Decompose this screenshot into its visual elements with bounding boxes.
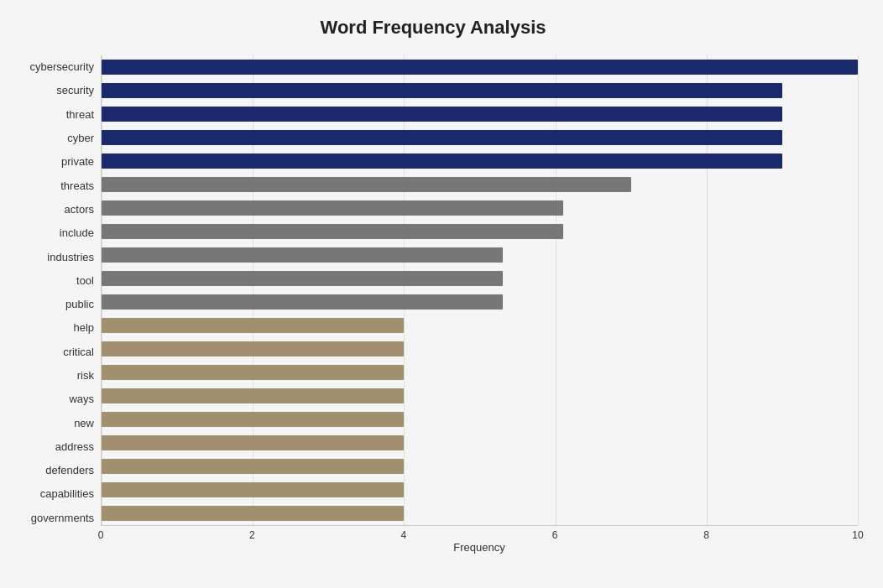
- chart-container: Word Frequency Analysis cybersecuritysec…: [0, 0, 883, 588]
- bar-row: [102, 337, 858, 361]
- bar-row: [102, 55, 858, 79]
- bar: [102, 506, 404, 521]
- bar: [102, 130, 782, 145]
- x-tick: 6: [552, 529, 558, 541]
- bar-row: [102, 102, 858, 126]
- bar-row: [102, 173, 858, 196]
- y-label: public: [8, 293, 94, 316]
- y-label: threat: [8, 103, 94, 127]
- x-tick: 4: [400, 529, 406, 541]
- bar: [102, 177, 631, 192]
- x-tick: 2: [249, 529, 255, 541]
- y-label: private: [8, 150, 94, 174]
- bars-inner: [101, 55, 858, 526]
- bar: [102, 154, 782, 169]
- bar: [102, 482, 404, 497]
- bar-row: [102, 290, 858, 314]
- bar-row: [102, 361, 858, 384]
- y-label: security: [8, 79, 94, 102]
- bar: [102, 83, 782, 98]
- x-tick: 0: [98, 529, 104, 541]
- bar-row: [102, 267, 858, 290]
- bar: [102, 388, 404, 403]
- bar: [102, 318, 404, 333]
- bar-row: [102, 79, 858, 102]
- x-axis-label: Frequency: [101, 541, 858, 554]
- y-label: industries: [8, 246, 94, 269]
- y-label: include: [8, 221, 94, 245]
- x-tick: 8: [703, 529, 709, 541]
- bar: [102, 247, 503, 263]
- y-label: ways: [8, 388, 94, 411]
- y-label: tool: [8, 269, 94, 293]
- bar: [102, 341, 404, 356]
- y-label: address: [8, 435, 94, 459]
- bar-row: [102, 243, 858, 267]
- grid-line: [858, 55, 859, 525]
- bar: [102, 435, 404, 450]
- bar-row: [102, 502, 858, 525]
- y-label: cybersecurity: [8, 55, 94, 79]
- bar: [102, 365, 404, 380]
- y-label: defenders: [8, 459, 94, 482]
- y-label: help: [8, 316, 94, 340]
- bar: [102, 271, 503, 286]
- bar-row: [102, 431, 858, 455]
- bar: [102, 200, 563, 216]
- bar-row: [102, 220, 858, 243]
- bar-row: [102, 384, 858, 408]
- y-label: cyber: [8, 127, 94, 150]
- bar: [102, 107, 782, 122]
- bar-row: [102, 314, 858, 337]
- y-label: critical: [8, 341, 94, 364]
- y-axis-labels: cybersecuritysecuritythreatcyberprivatet…: [8, 55, 101, 530]
- y-label: governments: [8, 507, 94, 530]
- y-label: risk: [8, 364, 94, 388]
- bar-row: [102, 455, 858, 478]
- bar: [102, 459, 404, 474]
- y-label: actors: [8, 198, 94, 221]
- bar: [102, 412, 404, 427]
- bar-row: [102, 408, 858, 431]
- bars-section: 0246810 Frequency: [101, 55, 858, 530]
- y-label: new: [8, 412, 94, 435]
- bar-row: [102, 196, 858, 220]
- bar: [102, 60, 858, 75]
- bar-row: [102, 478, 858, 502]
- x-tick: 10: [852, 529, 863, 541]
- bar: [102, 224, 563, 239]
- y-label: threats: [8, 174, 94, 198]
- bar-row: [102, 149, 858, 173]
- bar: [102, 294, 503, 310]
- bar-row: [102, 126, 858, 149]
- chart-title: Word Frequency Analysis: [8, 17, 858, 39]
- y-label: capabilities: [8, 482, 94, 506]
